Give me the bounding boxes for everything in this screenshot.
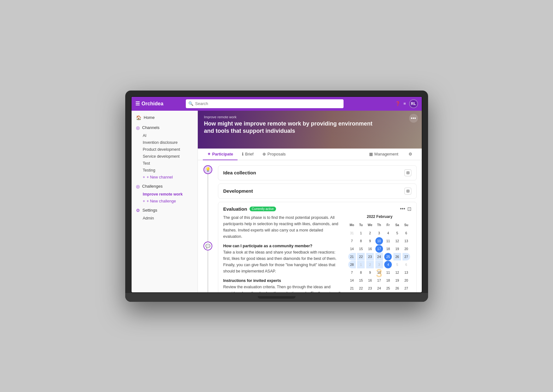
sidebar-item-home[interactable]: 🏠 Home — [132, 113, 197, 122]
eval-expand-btn[interactable]: ⊡ — [407, 206, 411, 212]
sidebar-item-ai[interactable]: AI — [132, 132, 197, 139]
sidebar-settings-header[interactable]: ⚙ Settings — [132, 206, 197, 215]
cal-day-m2[interactable]: 2 — [366, 261, 374, 268]
new-channel-link[interactable]: + + New channel — [132, 174, 197, 181]
cal-day-27[interactable]: 27 — [403, 253, 410, 260]
cal-header-mo: Mo — [348, 221, 356, 229]
cal-day-c26[interactable]: 26 — [393, 284, 401, 292]
cal-day-c22[interactable]: 22 — [357, 284, 365, 292]
cal-day-28[interactable]: 28 — [348, 261, 356, 268]
eval-more-btn[interactable]: ••• — [400, 206, 405, 212]
search-bar[interactable]: 🔍 — [186, 99, 344, 108]
cal-day-16[interactable]: 16 — [366, 245, 374, 253]
tab-participate[interactable]: ✦ Participate — [203, 149, 238, 160]
cal-day-13[interactable]: 13 — [403, 237, 410, 245]
cal-day-c23[interactable]: 23 — [366, 284, 374, 292]
cal-day-8[interactable]: 8 — [357, 237, 365, 245]
app: ☰ Orchidea 🔍 ❓ ≡ RL — [132, 97, 422, 292]
cal-day-23[interactable]: 23 — [366, 253, 374, 260]
sidebar-challenges-header[interactable]: ◎ Challenges — [132, 182, 197, 191]
phase-idea-header[interactable]: Idea collection ⊟ — [218, 166, 416, 180]
cal-day-22[interactable]: 22 — [357, 253, 365, 260]
cal-day-21[interactable]: 21 — [348, 253, 356, 260]
sidebar: 🏠 Home ◎ Channels AI Invention disclosur… — [132, 111, 198, 292]
cal-day-9[interactable]: 9 — [366, 237, 374, 245]
cal-day-c25[interactable]: 25 — [384, 284, 392, 292]
timeline-dot-1: 💡 — [203, 165, 212, 174]
cal-day-b12[interactable]: 12 — [393, 269, 401, 276]
cal-day-m5[interactable]: 5 — [393, 261, 401, 268]
tab-brief[interactable]: ℹ Brief — [238, 149, 258, 160]
cal-day-5[interactable]: 5 — [393, 229, 401, 237]
sidebar-item-admin[interactable]: Admin — [132, 215, 197, 222]
cal-day-m1[interactable]: 1 — [357, 261, 365, 268]
cal-day-c20[interactable]: 20 — [403, 277, 410, 284]
sidebar-item-service[interactable]: Service development — [132, 153, 197, 160]
menu-icon[interactable]: ☰ — [135, 101, 140, 107]
sidebar-channels-header[interactable]: ◎ Channels — [132, 123, 197, 132]
cal-day-15[interactable]: 15 — [357, 245, 365, 253]
sidebar-item-improve-remote[interactable]: Improve remote work — [132, 191, 197, 198]
cal-day-b11[interactable]: 11 — [384, 269, 392, 276]
cal-day-c21[interactable]: 21 — [348, 284, 356, 292]
avatar[interactable]: RL — [409, 99, 418, 108]
cal-day-24[interactable]: 24 — [375, 253, 383, 260]
cal-day-14[interactable]: 14 — [348, 245, 356, 253]
cal-day-1[interactable]: 1 — [357, 229, 365, 237]
cal-day-b10[interactable]: 10 3 — [375, 269, 383, 276]
sidebar-item-testing[interactable]: Testing — [132, 167, 197, 174]
sidebar-item-invention[interactable]: Invention disclosure — [132, 139, 197, 146]
sidebar-channels-label: Channels — [142, 125, 160, 130]
cal-header-sa: Sa — [393, 221, 401, 229]
idea-collapse-btn[interactable]: ⊟ — [404, 169, 411, 176]
tab-settings[interactable]: ⚙ — [404, 149, 417, 160]
channels-icon: ◎ — [136, 125, 140, 130]
cal-day-c16[interactable]: 16 — [366, 277, 374, 284]
cal-day-c24[interactable]: 24 — [375, 284, 383, 292]
cal-day-25-today[interactable]: 25 — [384, 253, 392, 260]
cal-day-c19[interactable]: 19 — [393, 277, 401, 284]
cal-day-m3[interactable]: 3 — [375, 261, 383, 268]
cal-day-c18[interactable]: 18 — [384, 277, 392, 284]
new-challenge-label: + New challenge — [147, 199, 176, 203]
list-icon[interactable]: ≡ — [403, 101, 406, 106]
cal-day-3[interactable]: 3 — [375, 229, 383, 237]
cal-day-20[interactable]: 20 — [403, 245, 410, 253]
cal-day-m4[interactable]: 4 — [384, 261, 392, 268]
tab-management[interactable]: ▦ Management — [365, 149, 403, 160]
cal-day-c14[interactable]: 14 — [348, 277, 356, 284]
new-challenge-link[interactable]: + + New challenge — [132, 198, 197, 205]
sidebar-item-test[interactable]: Test — [132, 160, 197, 167]
cal-day-b9[interactable]: 9 — [366, 269, 374, 276]
cal-day-c17[interactable]: 17 — [375, 277, 383, 284]
cal-day-2[interactable]: 2 — [366, 229, 374, 237]
help-icon[interactable]: ❓ — [395, 101, 400, 106]
hero-content: Improve remote work How might we improve… — [198, 111, 422, 139]
cal-header-fr: Fr — [384, 221, 392, 229]
cal-day-19[interactable]: 19 — [393, 245, 401, 253]
cal-day-31[interactable]: 31 — [348, 229, 356, 237]
cal-day-26[interactable]: 26 — [393, 253, 401, 260]
cal-header-we: We — [366, 221, 374, 229]
cal-day-b8[interactable]: 8 — [357, 269, 365, 276]
phase-dev-header[interactable]: Development ⊟ — [218, 184, 416, 198]
tab-proposals[interactable]: ⊕ Proposals — [258, 149, 290, 160]
cal-day-17[interactable]: 17 — [375, 245, 383, 253]
cal-day-b7[interactable]: 7 — [348, 269, 356, 276]
search-icon: 🔍 — [188, 101, 193, 106]
cal-header-tu: Tu — [357, 221, 365, 229]
sidebar-item-product[interactable]: Product development — [132, 146, 197, 153]
cal-day-10[interactable]: 10 — [375, 237, 383, 245]
cal-day-c15[interactable]: 15 — [357, 277, 365, 284]
cal-day-4[interactable]: 4 — [384, 229, 392, 237]
cal-day-m6[interactable]: 6 — [403, 261, 410, 268]
cal-day-7[interactable]: 7 — [348, 237, 356, 245]
cal-day-18[interactable]: 18 — [384, 245, 392, 253]
dev-collapse-btn[interactable]: ⊟ — [404, 188, 411, 195]
cal-day-12[interactable]: 12 — [393, 237, 401, 245]
cal-day-c27[interactable]: 27 — [403, 284, 410, 292]
cal-day-6[interactable]: 6 — [403, 229, 410, 237]
search-input[interactable] — [195, 101, 341, 106]
cal-day-b13[interactable]: 13 — [403, 269, 410, 276]
cal-day-11[interactable]: 11 — [384, 237, 392, 245]
